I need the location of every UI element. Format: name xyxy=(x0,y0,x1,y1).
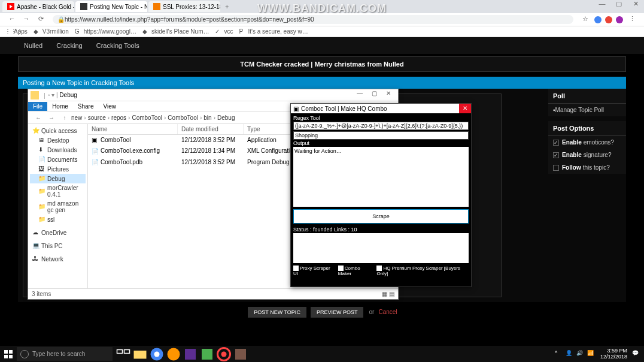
new-tab-button[interactable]: + xyxy=(221,2,232,11)
checkbox[interactable] xyxy=(553,165,559,171)
combo-titlebar[interactable]: ▣ Comboc Tool | Make HQ Combo ✕ xyxy=(291,104,471,113)
home-tab[interactable]: Home xyxy=(47,102,73,111)
app-taskbar-icon[interactable] xyxy=(233,347,248,361)
vs-taskbar-icon[interactable] xyxy=(183,347,198,361)
col-name[interactable]: Name xyxy=(88,124,178,134)
nav-folder[interactable]: 📁morCrawler 0.4.1 xyxy=(30,183,86,199)
tab-youtube[interactable]: Apashe - Black Gold - YouTu × xyxy=(2,1,74,12)
nav-link[interactable]: Nulled xyxy=(18,40,48,52)
option-signature[interactable]: Enablesignature? xyxy=(548,149,626,161)
bookmark-item[interactable]: ✓vcc xyxy=(215,28,233,35)
nav-pictures[interactable]: 🖼Pictures xyxy=(30,164,86,174)
nav-onedrive[interactable]: ☁OneDrive xyxy=(30,228,86,237)
close-button[interactable]: ✕ xyxy=(381,90,396,101)
option-hq-premium[interactable]: HQ Premium Proxy Scraper [Buyers Only] xyxy=(376,266,469,276)
bc-segment[interactable]: ComboTool xyxy=(168,114,198,121)
back-button[interactable]: ← xyxy=(34,114,42,121)
back-button[interactable]: ← xyxy=(7,15,17,25)
start-button[interactable] xyxy=(0,346,17,362)
paypal-icon: P xyxy=(239,28,246,35)
extension-icon[interactable] xyxy=(604,16,613,24)
cancel-link[interactable]: Cancel xyxy=(378,309,397,315)
reload-button[interactable]: ⟳ xyxy=(36,15,45,25)
svg-rect-8 xyxy=(9,350,13,354)
minimize-button[interactable]: — xyxy=(353,90,367,101)
svg-rect-17 xyxy=(185,349,196,360)
explorer-taskbar-icon[interactable] xyxy=(133,347,147,361)
url-field[interactable]: 🔒 https://www.nulled.to/index.php?app=fo… xyxy=(53,15,573,24)
breadcrumb-nav: Nulled Cracking Cracking Tools xyxy=(0,37,644,54)
share-tab[interactable]: Share xyxy=(73,102,99,111)
bc-segment[interactable]: repos xyxy=(111,114,126,121)
nav-downloads[interactable]: ⬇Downloads xyxy=(30,145,86,155)
bookmark-item[interactable]: ◆skidell's Place Num… xyxy=(142,28,209,35)
nav-debug[interactable]: 📁Debug xyxy=(30,174,86,183)
search-input[interactable] xyxy=(293,131,469,140)
forward-button[interactable]: → xyxy=(47,114,56,121)
bookmark-item[interactable]: Ghttps://www.googl… xyxy=(75,28,136,35)
post-topic-button[interactable]: POST NEW TOPIC xyxy=(248,307,306,318)
star-icon[interactable]: ☆ xyxy=(581,15,590,25)
manage-poll-link[interactable]: ▪ Manage Topic Poll xyxy=(548,104,626,116)
people-icon[interactable]: 👤 xyxy=(566,350,574,358)
clock[interactable]: 3:59 PM 12/12/2018 xyxy=(600,348,627,360)
nav-folder[interactable]: 📁ssl xyxy=(30,215,86,224)
search-box[interactable]: Type here to search xyxy=(17,347,113,361)
chrome-taskbar-icon[interactable] xyxy=(150,347,164,361)
bookmark-item[interactable]: PIt's a secure, easy w… xyxy=(239,28,308,35)
checkbox[interactable] xyxy=(338,266,344,271)
nav-desktop[interactable]: 🖥Desktop xyxy=(30,135,86,145)
menu-icon[interactable]: ⋮ xyxy=(627,15,637,25)
bc-segment[interactable]: Debug xyxy=(217,114,235,121)
os-close-button[interactable]: ✕ xyxy=(627,0,644,11)
scrape-button[interactable]: Scrape xyxy=(293,209,469,224)
cloud-icon: ☁ xyxy=(32,229,40,236)
nav-link[interactable]: Cracking xyxy=(50,40,88,52)
apps-button[interactable]: ⋮⋮⋮Apps xyxy=(5,28,28,35)
checkbox[interactable] xyxy=(553,152,559,158)
notifications-icon[interactable]: 💬 xyxy=(632,350,640,358)
regex-input[interactable] xyxy=(293,122,469,130)
nav-thispc[interactable]: 💻This PC xyxy=(30,241,86,251)
extension-icon[interactable] xyxy=(594,16,602,24)
profile-icon[interactable] xyxy=(615,16,624,24)
checkbox[interactable] xyxy=(293,266,299,271)
view-toggle[interactable]: ▦ ▤ xyxy=(382,291,394,297)
option-emoticons[interactable]: Enableemoticons? xyxy=(548,136,626,149)
checkbox[interactable] xyxy=(553,140,559,146)
file-tab[interactable]: File xyxy=(28,102,47,111)
bc-segment[interactable]: bin xyxy=(203,114,211,121)
maximize-button[interactable]: ▢ xyxy=(367,90,381,101)
view-tab[interactable]: View xyxy=(99,102,121,111)
up-button[interactable]: ↑ xyxy=(60,114,69,121)
col-date[interactable]: Date modified xyxy=(178,124,244,134)
nav-quick-access[interactable]: ⭐Quick access xyxy=(30,126,86,135)
close-button[interactable]: ✕ xyxy=(459,104,471,113)
firefox-taskbar-icon[interactable] xyxy=(166,347,181,361)
os-min-button[interactable]: — xyxy=(594,0,610,11)
option-combo-maker[interactable]: Combo Maker xyxy=(338,266,373,276)
wifi-icon[interactable]: 📶 xyxy=(587,350,596,358)
network-icon[interactable]: 🔊 xyxy=(576,350,585,358)
bc-segment[interactable]: source xyxy=(88,114,106,121)
bc-segment[interactable]: new xyxy=(71,114,82,121)
task-view-button[interactable] xyxy=(116,347,130,361)
nav-folder[interactable]: 📁md amazon gc gen xyxy=(30,199,86,215)
tab-proxies[interactable]: SSL Proxies: 13-12-18 | Free SSL × xyxy=(148,1,220,12)
os-max-button[interactable]: ▢ xyxy=(610,0,627,11)
bandicam-taskbar-icon[interactable] xyxy=(217,347,231,361)
bc-segment[interactable]: ComboTool xyxy=(132,114,162,121)
app-taskbar-icon[interactable] xyxy=(200,347,214,361)
explorer-titlebar[interactable]: | ▫ ▾ | Debug — ▢ ✕ xyxy=(28,89,398,101)
option-follow[interactable]: Followthis topic? xyxy=(548,161,626,174)
checkbox[interactable] xyxy=(376,266,382,271)
nav-documents[interactable]: 📄Documents xyxy=(30,155,86,164)
nav-link[interactable]: Cracking Tools xyxy=(90,40,145,52)
tab-nulled[interactable]: Posting New Topic - Nulled × xyxy=(75,1,147,12)
bookmark-item[interactable]: ◆V3rmillion xyxy=(34,28,69,35)
forward-button[interactable]: → xyxy=(22,15,31,25)
tray-chevron-icon[interactable]: ^ xyxy=(555,350,563,358)
option-proxy-scraper[interactable]: Proxy Scraper UI xyxy=(293,266,335,276)
nav-network[interactable]: 🖧Network xyxy=(30,254,86,264)
preview-button[interactable]: PREVIEW POST xyxy=(311,307,364,318)
